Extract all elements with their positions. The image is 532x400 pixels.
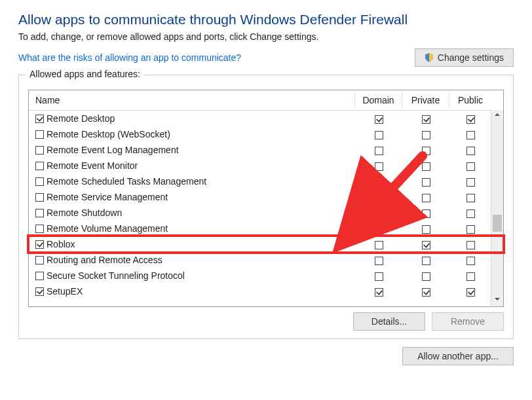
row-name: Secure Socket Tunneling Protocol	[47, 270, 185, 281]
row-public-checkbox[interactable]	[466, 225, 475, 234]
allowed-apps-group: Allowed apps and features: Name Domain P…	[18, 75, 514, 339]
row-domain-checkbox[interactable]	[375, 194, 383, 202]
row-domain-checkbox[interactable]	[375, 225, 383, 234]
row-domain-checkbox[interactable]	[375, 115, 383, 124]
table-row[interactable]: Remote Event Monitor	[29, 158, 491, 173]
table-row[interactable]: Remote Scheduled Tasks Management	[29, 173, 491, 189]
apps-list: Name Domain Private Public Remote Deskto…	[28, 90, 504, 307]
row-enable-checkbox[interactable]	[35, 209, 44, 217]
shield-icon	[425, 53, 434, 62]
row-name: Remote Shutdown	[47, 208, 122, 218]
row-public-checkbox[interactable]	[466, 178, 475, 187]
group-label: Allowed apps and features:	[26, 69, 144, 79]
row-name: Routing and Remote Access	[47, 255, 162, 265]
row-name: Remote Desktop	[47, 113, 115, 124]
row-enable-checkbox[interactable]	[35, 225, 44, 233]
scroll-down-icon[interactable]	[491, 295, 503, 306]
allow-another-app-button[interactable]: Allow another app...	[402, 347, 514, 365]
scroll-up-icon[interactable]	[491, 110, 503, 122]
row-public-checkbox[interactable]	[466, 288, 475, 297]
row-private-checkbox[interactable]	[422, 241, 430, 249]
row-name: Remote Desktop (WebSocket)	[47, 129, 170, 139]
row-name: Remote Volume Management	[47, 223, 168, 234]
table-row[interactable]: Remote Desktop (WebSocket)	[29, 126, 491, 142]
row-public-checkbox[interactable]	[466, 115, 475, 124]
row-private-checkbox[interactable]	[422, 288, 430, 297]
column-private[interactable]: Private	[402, 92, 449, 108]
row-name: Remote Event Monitor	[47, 160, 138, 171]
row-enable-checkbox[interactable]	[35, 193, 44, 202]
row-enable-checkbox[interactable]	[35, 177, 44, 186]
column-name[interactable]: Name	[29, 92, 355, 108]
table-row[interactable]: Remote Service Management	[29, 189, 491, 205]
table-row[interactable]: Secure Socket Tunneling Protocol	[29, 268, 491, 283]
row-enable-checkbox[interactable]	[35, 287, 44, 296]
row-domain-checkbox[interactable]	[375, 162, 383, 171]
allow-another-app-label: Allow another app...	[417, 351, 499, 361]
change-settings-label: Change settings	[438, 52, 504, 63]
row-domain-checkbox[interactable]	[375, 209, 383, 218]
list-header: Name Domain Private Public	[29, 90, 491, 111]
table-row[interactable]: Routing and Remote Access	[29, 252, 491, 268]
row-public-checkbox[interactable]	[466, 257, 475, 265]
row-private-checkbox[interactable]	[422, 147, 430, 155]
page-title: Allow apps to communicate through Window…	[18, 12, 514, 27]
row-name: Remote Event Log Management	[47, 145, 179, 155]
row-private-checkbox[interactable]	[422, 115, 430, 124]
row-name: Roblox	[47, 239, 75, 249]
row-enable-checkbox[interactable]	[35, 256, 44, 264]
row-domain-checkbox[interactable]	[375, 288, 383, 297]
table-row[interactable]: Remote Desktop	[29, 111, 491, 126]
row-name: Remote Scheduled Tasks Management	[47, 176, 206, 187]
row-domain-checkbox[interactable]	[375, 131, 383, 139]
remove-label: Remove	[451, 316, 485, 327]
row-private-checkbox[interactable]	[422, 194, 430, 202]
details-label: Details...	[371, 316, 407, 327]
row-domain-checkbox[interactable]	[375, 272, 383, 281]
page-subtitle: To add, change, or remove allowed apps a…	[18, 31, 514, 42]
row-domain-checkbox[interactable]	[375, 147, 383, 155]
list-body: Remote DesktopRemote Desktop (WebSocket)…	[29, 111, 491, 299]
row-name: SetupEX	[47, 286, 83, 297]
change-settings-button[interactable]: Change settings	[415, 48, 514, 67]
table-row[interactable]: Roblox	[29, 236, 491, 252]
row-enable-checkbox[interactable]	[35, 162, 44, 170]
row-private-checkbox[interactable]	[422, 272, 430, 281]
row-public-checkbox[interactable]	[466, 194, 475, 202]
row-public-checkbox[interactable]	[466, 241, 475, 249]
row-private-checkbox[interactable]	[422, 162, 430, 171]
row-domain-checkbox[interactable]	[375, 241, 383, 249]
row-enable-checkbox[interactable]	[35, 240, 44, 249]
row-public-checkbox[interactable]	[466, 272, 475, 281]
table-row[interactable]: Remote Volume Management	[29, 221, 491, 236]
risks-link[interactable]: What are the risks of allowing an app to…	[18, 52, 241, 63]
row-domain-checkbox[interactable]	[375, 178, 383, 187]
row-private-checkbox[interactable]	[422, 257, 430, 265]
row-enable-checkbox[interactable]	[35, 272, 44, 280]
row-domain-checkbox[interactable]	[375, 257, 383, 265]
row-enable-checkbox[interactable]	[35, 115, 44, 123]
column-domain[interactable]: Domain	[355, 92, 402, 108]
row-private-checkbox[interactable]	[422, 225, 430, 234]
table-row[interactable]: Remote Shutdown	[29, 205, 491, 221]
row-public-checkbox[interactable]	[466, 131, 475, 139]
remove-button: Remove	[432, 312, 504, 331]
row-private-checkbox[interactable]	[422, 178, 430, 187]
table-row[interactable]: SetupEX	[29, 283, 491, 299]
scroll-thumb[interactable]	[493, 215, 502, 232]
details-button[interactable]: Details...	[353, 312, 425, 331]
row-public-checkbox[interactable]	[466, 209, 475, 218]
column-public[interactable]: Public	[449, 92, 491, 108]
scrollbar[interactable]	[491, 110, 503, 306]
row-private-checkbox[interactable]	[422, 209, 430, 218]
table-row[interactable]: Remote Event Log Management	[29, 142, 491, 158]
row-private-checkbox[interactable]	[422, 131, 430, 139]
row-public-checkbox[interactable]	[466, 147, 475, 155]
row-name: Remote Service Management	[47, 192, 168, 202]
row-enable-checkbox[interactable]	[35, 146, 44, 155]
row-enable-checkbox[interactable]	[35, 130, 44, 139]
row-public-checkbox[interactable]	[466, 162, 475, 171]
